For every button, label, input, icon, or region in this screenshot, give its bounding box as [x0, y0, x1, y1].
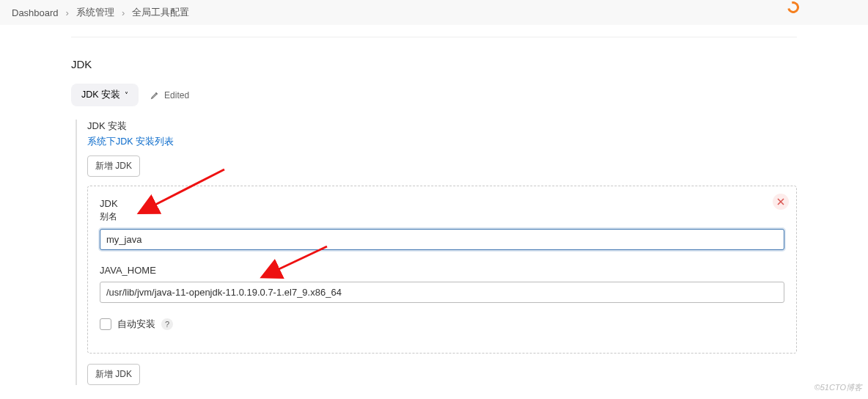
auto-install-checkbox[interactable] [100, 318, 111, 330]
pencil-icon [150, 90, 160, 100]
add-jdk-button-bottom[interactable]: 新增 JDK [87, 364, 140, 385]
jdk-name-label-line2: 别名 [100, 211, 784, 223]
java-home-input[interactable] [100, 282, 784, 303]
auto-install-label: 自动安装 [117, 318, 155, 331]
edited-indicator: Edited [150, 90, 189, 100]
jdk-install-list-header: JDK 安装 [87, 120, 797, 133]
breadcrumb-system-manage[interactable]: 系统管理 [76, 6, 114, 19]
jdk-install-collapse-button[interactable]: JDK 安装 ˅ [71, 84, 139, 106]
breadcrumb-sep: › [66, 7, 69, 18]
jdk-name-label-line1: JDK [100, 198, 784, 209]
java-home-label: JAVA_HOME [100, 265, 784, 276]
jdk-install-collapse-label: JDK 安装 [81, 89, 120, 101]
breadcrumb-sep: › [122, 7, 125, 18]
breadcrumb-dashboard[interactable]: Dashboard [12, 7, 59, 18]
help-icon[interactable]: ? [161, 318, 173, 330]
watermark: ©51CTO博客 [814, 382, 862, 393]
jdk-install-list-subheader: 系统下JDK 安装列表 [87, 136, 797, 148]
breadcrumb-global-tool-config[interactable]: 全局工具配置 [132, 6, 189, 19]
jdk-section-title: JDK [71, 58, 797, 70]
chevron-down-icon: ˅ [125, 91, 128, 99]
edited-label: Edited [164, 90, 189, 100]
jdk-config-panel: JDK 别名 JAVA_HOME [87, 186, 797, 354]
jdk-alias-input[interactable] [100, 229, 784, 250]
add-jdk-button-top[interactable]: 新增 JDK [87, 155, 140, 177]
auto-install-row: 自动安装 ? [100, 318, 784, 331]
divider [71, 37, 797, 37]
breadcrumb: Dashboard › 系统管理 › 全局工具配置 [0, 0, 868, 25]
partial-header-logo [787, 0, 853, 6]
